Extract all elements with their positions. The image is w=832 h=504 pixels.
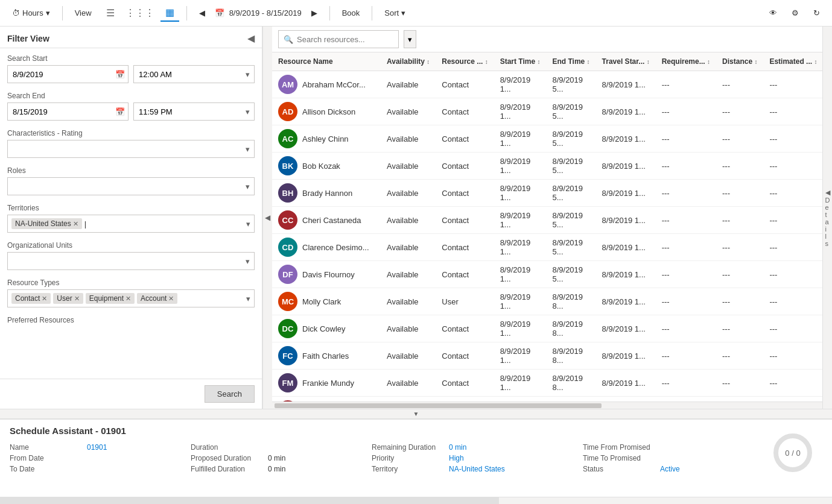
calendar-start-icon[interactable]: 📅 <box>115 70 125 79</box>
name-label: Name <box>10 443 82 452</box>
calendar-end-icon[interactable]: 📅 <box>115 107 125 116</box>
characteristics-select[interactable] <box>7 140 255 158</box>
cell-resource-type: Contact <box>436 207 494 234</box>
time-from-promised-label: Time From Promised <box>583 443 655 452</box>
search-start-time-select[interactable]: 12:00 AM <box>133 65 255 83</box>
table-row[interactable]: DFDavis FlournoyAvailableContact8/9/2019… <box>272 261 822 288</box>
avatar: FC <box>278 346 297 365</box>
hscrollbar-thumb[interactable] <box>275 403 602 408</box>
table-row[interactable]: MCMolly ClarkAvailableUser8/9/2019 1...8… <box>272 288 822 315</box>
avatar: BH <box>278 183 297 203</box>
col-header-estimated[interactable]: Estimated ... ↕ <box>763 52 822 71</box>
name-value[interactable]: 01901 <box>87 443 107 452</box>
cell-requirements: --- <box>656 315 716 342</box>
search-start-date-input[interactable] <box>7 65 129 83</box>
avatar: DF <box>278 265 297 284</box>
resource-name-cell: BKBob Kozak <box>272 153 381 180</box>
view-tab-grid[interactable]: ▦ <box>160 4 179 22</box>
col-header-start-time[interactable]: Start Time ↕ <box>494 52 547 71</box>
territory-tag-remove[interactable]: ✕ <box>73 220 78 228</box>
bottom-scrollbar-track[interactable] <box>0 497 499 504</box>
refresh-button[interactable]: ↻ <box>808 6 825 20</box>
resource-name: Faith Charles <box>302 351 349 361</box>
tag-account-remove[interactable]: ✕ <box>168 295 174 303</box>
field-to-date: To Date <box>10 464 191 474</box>
cell-availability: Available <box>381 315 436 342</box>
field-name: Name 01901 <box>10 442 191 453</box>
col-header-resource-type[interactable]: Resource ... ↕ <box>436 52 494 71</box>
book-button[interactable]: Book <box>337 6 365 20</box>
tag-contact-remove[interactable]: ✕ <box>42 295 47 303</box>
hours-button[interactable]: ⏱ Hours ▾ <box>7 6 55 20</box>
table-hscrollbar[interactable] <box>272 402 822 409</box>
table-row[interactable]: BHBrady HannonAvailableContact8/9/2019 1… <box>272 180 822 207</box>
settings-button[interactable]: ⚙ <box>787 6 804 20</box>
search-resources-dropdown-button[interactable]: ▾ <box>404 30 416 48</box>
org-units-select[interactable] <box>7 252 255 270</box>
field-territory: Territory NA-United States <box>372 464 583 474</box>
toolbar-separator-2 <box>186 6 187 20</box>
table-row[interactable]: FMFrankie MundyAvailableContact8/9/2019 … <box>272 370 822 397</box>
filter-collapse-button[interactable]: ◀ <box>247 33 255 44</box>
resource-name-cell: CDClarence Desimo... <box>272 234 381 261</box>
cell-resource-type: Contact <box>436 180 494 207</box>
col-header-distance[interactable]: Distance ↕ <box>716 52 763 71</box>
prev-date-button[interactable]: ◀ <box>194 6 210 20</box>
table-body: AMAbraham McCor...AvailableContact8/9/20… <box>272 71 822 402</box>
table-row[interactable]: AMAbraham McCor...AvailableContact8/9/20… <box>272 71 822 98</box>
table-row[interactable]: ACAshley ChinnAvailableContact8/9/2019 1… <box>272 125 822 153</box>
resource-name: Brady Hannon <box>302 189 352 198</box>
cell-estimated: --- <box>763 98 822 125</box>
next-date-button[interactable]: ▶ <box>306 6 322 20</box>
col-header-travel-start[interactable]: Travel Star... ↕ <box>596 52 656 71</box>
search-end-date-input[interactable] <box>7 102 129 121</box>
cell-distance: --- <box>716 288 763 315</box>
tag-account-label: Account <box>141 294 167 303</box>
cell-availability: Available <box>381 180 436 207</box>
table-row[interactable]: HMHal Matheson <box>272 397 822 402</box>
bottom-expand-bar[interactable]: ▼ <box>0 409 832 418</box>
tag-equipment-remove[interactable]: ✕ <box>125 295 131 303</box>
resource-types-tags-container[interactable]: Contact ✕ User ✕ Equipment ✕ Account <box>7 289 255 307</box>
field-status: Status Active <box>583 464 764 474</box>
table-row[interactable]: ADAllison DicksonAvailableContact8/9/201… <box>272 98 822 125</box>
table-row[interactable]: BKBob KozakAvailableContact8/9/2019 1...… <box>272 153 822 180</box>
bottom-col-4: Time From Promised Time To Promised Stat… <box>583 442 764 474</box>
view-tab-bar[interactable]: ⋮⋮⋮ <box>121 4 159 22</box>
cell-requirements <box>656 397 716 402</box>
table-row[interactable]: CDClarence Desimo...AvailableContact8/9/… <box>272 234 822 261</box>
cell-estimated <box>763 397 822 402</box>
status-value[interactable]: Active <box>660 465 680 473</box>
sort-button[interactable]: Sort ▾ <box>379 6 410 20</box>
cell-travel-start: 8/9/2019 1... <box>596 71 656 98</box>
territory-value[interactable]: NA-United States <box>449 465 505 473</box>
roles-select[interactable] <box>7 177 255 195</box>
table-row[interactable]: DCDick CowleyAvailableContact8/9/2019 1.… <box>272 315 822 342</box>
search-end-time-select[interactable]: 11:59 PM <box>133 102 255 121</box>
territories-tags-container[interactable]: NA-United States ✕ | ▾ <box>7 215 255 233</box>
search-button[interactable]: Search <box>205 385 255 403</box>
table-row[interactable]: FCFaith CharlesAvailableContact8/9/2019 … <box>272 342 822 370</box>
view-tab-list[interactable]: ☰ <box>101 4 119 22</box>
col-header-requirements[interactable]: Requireme... ↕ <box>656 52 716 71</box>
col-header-name[interactable]: Resource Name <box>272 52 381 71</box>
priority-value[interactable]: High <box>449 454 464 462</box>
field-time-from-promised: Time From Promised <box>583 442 764 453</box>
right-panel-toggle[interactable]: ◀Details <box>822 27 832 409</box>
time-to-promised-label: Time To Promised <box>583 454 655 462</box>
proposed-duration-value: 0 min <box>268 454 285 462</box>
filter-header: Filter View ◀ <box>0 27 262 48</box>
table-row[interactable]: CCCheri CastanedaAvailableContact8/9/201… <box>272 207 822 234</box>
cell-start-time: 8/9/2019 1... <box>494 261 547 288</box>
col-header-availability[interactable]: Availability ↕ <box>381 52 436 71</box>
tag-user-remove[interactable]: ✕ <box>74 295 80 303</box>
col-header-end-time[interactable]: End Time ↕ <box>546 52 595 71</box>
bottom-scrollbar[interactable] <box>0 497 832 504</box>
eye-button[interactable]: 👁 <box>764 6 782 20</box>
view-button[interactable]: View <box>70 6 97 20</box>
cell-end-time: 8/9/2019 5... <box>546 153 595 180</box>
filter-panel-toggle[interactable]: ◀ <box>262 27 272 409</box>
search-resources-input[interactable] <box>297 35 393 44</box>
cell-start-time: 8/9/2019 1... <box>494 180 547 207</box>
cell-resource-type: Contact <box>436 71 494 98</box>
